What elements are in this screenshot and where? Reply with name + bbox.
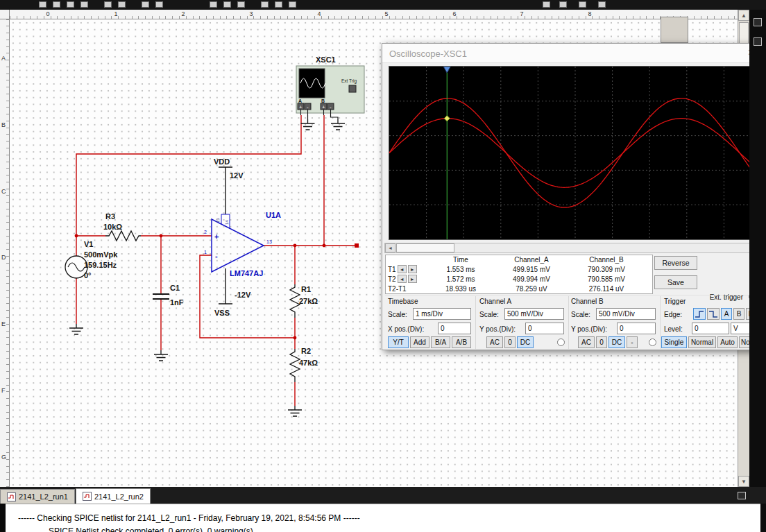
scroll-down-icon[interactable]: ▼ [738, 476, 749, 487]
channel-a-ypos-label: Y pos.(Div): [479, 325, 516, 333]
t2t1-time: 18.939 us [426, 285, 495, 293]
ruler-left: A B C D E F G [0, 19, 10, 487]
t2-channel-a: 499.994 mV [495, 275, 568, 283]
ruler-letter: E [1, 320, 6, 327]
add-button[interactable]: Add [410, 336, 429, 348]
scroll-up-icon[interactable]: ▲ [738, 10, 749, 21]
ruler-number: 5 [382, 10, 391, 17]
channel-a-title: Channel A [479, 298, 511, 305]
divider [568, 296, 569, 349]
channel-a-scale-input[interactable] [504, 308, 564, 320]
trigger-b-button[interactable]: B [733, 308, 744, 320]
ruler-letter: A [1, 55, 6, 62]
right-toolbar-icon [754, 37, 762, 46]
readout-col-channel-a: Channel_A [495, 256, 568, 264]
timebase-title: Timebase [388, 298, 418, 305]
rising-edge-icon[interactable] [693, 308, 706, 320]
sheet-tab-run2[interactable]: 2141_L2_run2 [76, 488, 151, 504]
save-button[interactable]: Save [654, 275, 697, 289]
t1-label: T1 [388, 266, 396, 273]
ruler-number: 7 [518, 10, 526, 17]
timebase-scale-label: Scale: [388, 311, 407, 318]
top-toolbar-fragment [0, 0, 766, 10]
channel-a-radio[interactable] [557, 338, 565, 346]
timebase-xpos-label: X pos.(Div): [388, 325, 424, 333]
timebase-scale-input[interactable] [413, 308, 471, 320]
channel-b-ypos-input[interactable] [617, 323, 656, 334]
channel-b-radio[interactable] [649, 338, 656, 346]
cursor-readout-panel: Time Channel_A Channel_B T1 ◄ ► 1.553 ms… [385, 255, 653, 294]
t1-right-icon[interactable]: ► [408, 265, 417, 273]
channel-b-scale-input[interactable] [596, 308, 656, 320]
channel-a-ac-button[interactable]: AC [486, 336, 503, 348]
right-toolbar-icon [754, 18, 762, 26]
trigger-single-button[interactable]: Single [661, 336, 687, 348]
divider [385, 295, 760, 295]
ruler-number: 4 [315, 10, 323, 17]
scope-display [389, 66, 762, 240]
t1-channel-b: 790.309 mV [568, 266, 645, 273]
schematic-sheet-icon [7, 492, 16, 501]
scope-trace-area [389, 67, 761, 239]
ab-button[interactable]: A/B [452, 336, 471, 348]
schematic-sheet-icon [83, 492, 92, 501]
ruler-letter: B [1, 121, 6, 128]
trigger-level-label: Level: [664, 325, 683, 333]
ruler-number: 0 [44, 10, 52, 17]
channel-a-ypos-input[interactable] [525, 323, 564, 334]
ruler-corner [0, 10, 10, 19]
falling-edge-icon[interactable] [707, 308, 720, 320]
divider [475, 296, 476, 349]
channel-b-0-button[interactable]: 0 [596, 336, 607, 348]
trigger-auto-button[interactable]: Auto [717, 336, 738, 348]
t2t1-label: T2-T1 [388, 285, 407, 293]
spice-status-line1: ------ Checking SPICE netlist for 2141_L… [18, 513, 360, 523]
spice-output-panel: ------ Checking SPICE netlist for 2141_L… [6, 504, 760, 532]
channel-b-ac-button[interactable]: AC [578, 336, 595, 348]
oscilloscope-titlebar[interactable]: Oscilloscope-XSC1 × [382, 44, 761, 63]
sheet-tab-label: 2141_L2_run2 [94, 492, 144, 501]
channel-a-dc-button[interactable]: DC [517, 336, 534, 348]
sheet-tab-run1[interactable]: 2141_L2_run1 [0, 489, 75, 504]
ba-button[interactable]: B/A [431, 336, 450, 348]
docked-toolbar-fragment [661, 17, 688, 43]
ruler-number: 3 [247, 10, 255, 17]
readout-col-channel-b: Channel_B [568, 256, 645, 264]
t2-right-icon[interactable]: ► [408, 275, 417, 283]
trigger-a-button[interactable]: A [721, 308, 732, 320]
t1-time: 1.553 ms [426, 266, 495, 273]
t2-label: T2 [388, 275, 396, 283]
channel-a-scale-label: Scale: [479, 311, 499, 318]
scope-hscrollbar[interactable]: ◄ ► [384, 243, 760, 253]
yt-button[interactable]: Y/T [388, 336, 409, 348]
channel-b-ypos-label: Y pos.(Div): [571, 325, 607, 333]
timebase-xpos-input[interactable] [438, 323, 471, 334]
t2t1-channel-b: 276.114 uV [568, 285, 645, 293]
sheet-tab-bar: 2141_L2_run1 2141_L2_run2 [0, 487, 766, 504]
trigger-level-input[interactable] [692, 323, 729, 334]
channel-a-0-button[interactable]: 0 [504, 336, 516, 348]
ruler-letter: F [1, 387, 6, 394]
t2-time: 1.572 ms [426, 275, 495, 283]
scroll-thumb[interactable] [396, 243, 454, 252]
t2-left-icon[interactable]: ◄ [398, 275, 407, 283]
channel-b-minus-button[interactable]: - [627, 336, 638, 348]
scroll-left-icon[interactable]: ◄ [385, 243, 395, 252]
channel-b-dc-button[interactable]: DC [608, 336, 625, 348]
reverse-button[interactable]: Reverse [654, 256, 697, 270]
ruler-top: 0 1 2 3 4 5 6 7 8 [10, 10, 738, 19]
ruler-letter: C [1, 188, 6, 195]
trigger-edge-label: Edge: [664, 311, 682, 318]
ruler-number: 6 [450, 10, 459, 17]
sheet-tab-label: 2141_L2_run1 [19, 492, 68, 501]
ruler-number: 2 [179, 10, 187, 17]
oscilloscope-window[interactable]: Oscilloscope-XSC1 × ◄ ► Time Channel_A C… [382, 43, 762, 350]
tab-list-button[interactable] [735, 490, 748, 501]
spice-status-line2: SPICE Netlist check completed, 0 error(s… [49, 526, 253, 532]
channel-b-scale-label: Scale: [571, 311, 590, 318]
window-title: Oscilloscope-XSC1 [389, 49, 467, 59]
ruler-letter: D [1, 254, 6, 261]
t1-left-icon[interactable]: ◄ [398, 265, 407, 273]
channel-b-title: Channel B [571, 298, 604, 305]
trigger-normal-button[interactable]: Normal [688, 336, 716, 348]
